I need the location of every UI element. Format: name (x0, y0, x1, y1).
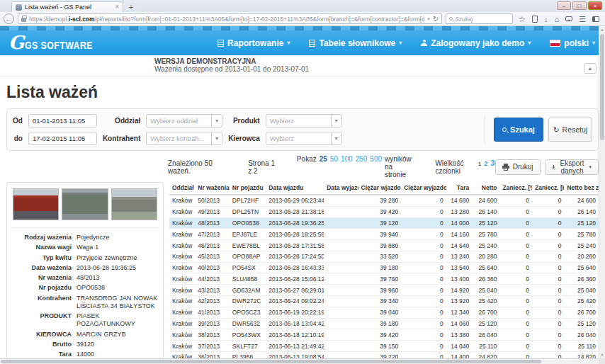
column-header-4[interactable]: Data wjazdu (266, 182, 324, 195)
vehicle-photo-bed[interactable] (62, 188, 108, 220)
page-size-100[interactable]: 100 (341, 155, 353, 163)
reload-icon[interactable]: ↻ (433, 16, 439, 23)
contractor-select[interactable]: Wybierz kontrah...▼ (146, 132, 222, 145)
page-size-25[interactable]: 25 (320, 155, 327, 163)
back-button[interactable]: ← (4, 13, 14, 24)
table-cell: 45/2013 (195, 251, 229, 262)
table-cell: 39 180 (358, 262, 402, 273)
date-to-input[interactable]: 17-02-2015 11:05 (28, 132, 97, 145)
navbar-item-zalogowany-jako-demo[interactable]: Zalogowany jako demo▾ (421, 38, 531, 48)
window-close-button[interactable]: × (588, 1, 602, 10)
url-bar[interactable]: https://demopl.i-scl.com/pl/reports/list… (18, 13, 442, 24)
font-size-2[interactable]: 2 (484, 159, 487, 167)
table-row[interactable]: Kraków49/2013DPL25TN2013-06-28 21:38:183… (169, 206, 599, 217)
column-header-12[interactable]: Netto bez zaniecz. (564, 182, 599, 195)
navbar-item-tabele-s-ownikowe[interactable]: Tabele słownikowe▾ (309, 38, 402, 48)
home-icon[interactable]: ⌂ (554, 14, 559, 24)
search-button[interactable]: Szukaj (494, 118, 543, 142)
table-cell: 25 780 (564, 229, 599, 240)
page-size-50[interactable]: 50 (330, 155, 338, 163)
hello-chat-icon[interactable] (565, 16, 572, 21)
gs-software-logo[interactable]: G GS SOFTWARE (9, 35, 102, 51)
column-header-5[interactable]: Data wyjazdu (324, 182, 358, 195)
product-select[interactable]: Wybierz▼ (266, 114, 342, 127)
scroll-up-icon[interactable]: ▲ (599, 28, 605, 32)
print-button[interactable]: Drukuj (495, 159, 541, 175)
table-cell (324, 206, 358, 217)
column-header-7[interactable]: Ciężar wyjazdowy (401, 182, 446, 195)
column-header-9[interactable]: Netto (472, 182, 499, 195)
table-cell: 0 (500, 318, 532, 329)
column-header-3[interactable]: Nr pojazdu (230, 182, 266, 195)
table-row[interactable]: Kraków39/2013DWR56322013-06-18 13:04:423… (169, 318, 599, 329)
table-row[interactable]: Kraków44/2013SLU48582013-06-28 15:06:123… (169, 273, 599, 285)
browser-search-input[interactable]: Szukaj (446, 13, 513, 24)
chevron-down-icon[interactable]: ▼ (331, 132, 341, 144)
table-cell (324, 341, 358, 352)
table-row[interactable]: Kraków45/2013OPO88AP2013-06-28 17:24:503… (169, 251, 599, 262)
page-size-500[interactable]: 500 (370, 155, 382, 163)
page-size-250[interactable]: 250 (356, 155, 368, 163)
table-cell: PO543WX (230, 329, 266, 341)
table-cell: 13 280 (446, 206, 472, 217)
bookmarks-panel-icon[interactable] (532, 16, 538, 23)
column-header-10[interactable]: Zaniecz. [%] (500, 182, 532, 195)
chevron-down-icon[interactable]: ▼ (211, 115, 222, 127)
column-header-2[interactable]: Nr ważenia (195, 182, 229, 195)
detail-field: Nazwa wagiWaga 1 (11, 244, 159, 251)
vehicle-photo-rear[interactable] (111, 188, 157, 220)
bookmark-star-icon[interactable]: ☆ (519, 14, 526, 24)
table-row[interactable]: Kraków38/2013PO543WX2013-06-18 12:10:193… (169, 329, 599, 341)
table-row[interactable]: Kraków50/2013DPL72HF2013-06-29 06:23:443… (169, 195, 599, 206)
column-header-11[interactable]: Zaniecz. [Kg] (532, 182, 564, 195)
table-cell: DPL25TN (230, 206, 266, 217)
table-row[interactable]: Kraków37/2013SKLFT272013-06-13 21:49:423… (169, 341, 599, 352)
browser-tab[interactable]: Lista ważeń - GS Panel × (11, 1, 123, 12)
url-dropdown-icon[interactable]: ▾ (427, 16, 430, 22)
table-row[interactable]: Kraków47/2013EPJ87LE2013-06-28 18:25:583… (169, 229, 599, 240)
new-tab-button[interactable]: + (125, 3, 137, 12)
table-cell: 0 (401, 195, 446, 206)
collapse-panel-button[interactable]: ▲ (584, 63, 596, 74)
table-cell: OPO5CZ3 (230, 307, 266, 318)
table-row[interactable]: Kraków42/2013DWR272C2013-06-24 09:02:243… (169, 296, 599, 307)
column-header-8[interactable]: Tara (446, 182, 472, 195)
vehicle-photo-front[interactable] (13, 188, 59, 220)
export-button[interactable]: Eksport danych ▾ (545, 159, 599, 175)
downloads-icon[interactable]: ↓ (544, 14, 548, 24)
chevron-down-icon[interactable]: ▼ (211, 132, 222, 144)
reset-button[interactable]: ↻Resetuj (548, 118, 592, 142)
table-row[interactable]: Kraków40/2013PO54SX2013-06-28 16:43:3339… (169, 262, 599, 273)
chevron-down-icon[interactable]: ▼ (331, 115, 341, 127)
table-row[interactable]: Kraków46/2013EWE78BL2013-06-28 17:31:583… (169, 240, 599, 251)
table-cell (324, 262, 358, 273)
table-row[interactable]: Kraków43/2013GD632AM2013-06-27 06:29:013… (169, 285, 599, 296)
navbar-item-raportowanie[interactable]: Raportowanie▾ (217, 38, 290, 48)
horizontal-scroll-thumb[interactable] (1, 360, 541, 363)
tab-close-icon[interactable]: × (115, 4, 119, 10)
driver-select[interactable]: Wybierz▼ (266, 132, 342, 145)
scroll-down-icon[interactable]: ▼ (599, 353, 605, 357)
table-cell: 0 (532, 251, 564, 262)
table-row[interactable]: Kraków41/2013OPO5CZ32013-06-19 20:22:193… (169, 307, 599, 318)
table-cell: 2013-06-13 21:49:42 (266, 341, 324, 352)
navbar-item-polski[interactable]: polski▾ (550, 38, 595, 48)
column-header-1[interactable]: Oddział (169, 182, 195, 195)
sidebar-toggle-icon[interactable] (592, 16, 599, 22)
detail-field: PRODUKTPIASEK POZAGATUNKOWY (11, 312, 159, 329)
detail-fields: Rodzaj ważeniaPojedynczeNazwa wagiWaga 1… (11, 234, 159, 364)
column-header-6[interactable]: Ciężar wjazdowy (358, 182, 402, 195)
window-minimize-button[interactable]: – (557, 1, 571, 10)
table-row[interactable]: Kraków48/2013OPO05382013-06-28 19:36:253… (169, 217, 599, 229)
font-size-1[interactable]: 1 (478, 161, 481, 167)
menu-hamburger-icon[interactable]: ☰ (579, 14, 586, 24)
vertical-scrollbar[interactable]: ▲ ▼ (599, 26, 605, 358)
vertical-scroll-thumb[interactable] (600, 34, 604, 140)
horizontal-scrollbar[interactable] (0, 358, 599, 364)
demo-notice: WERSJA DEMONSTRACYJNA Ważenia dostępne o… (0, 55, 605, 76)
table-cell (324, 251, 358, 262)
date-from-input[interactable]: 01-01-2013 11:05 (28, 114, 97, 127)
branch-select[interactable]: Wybierz oddział▼ (146, 114, 222, 127)
detail-field-value: TRANSDROG JAN NOWAK LIŚCIASTA 34 BIAŁYST… (77, 295, 159, 311)
window-maximize-button[interactable]: □ (572, 1, 587, 10)
